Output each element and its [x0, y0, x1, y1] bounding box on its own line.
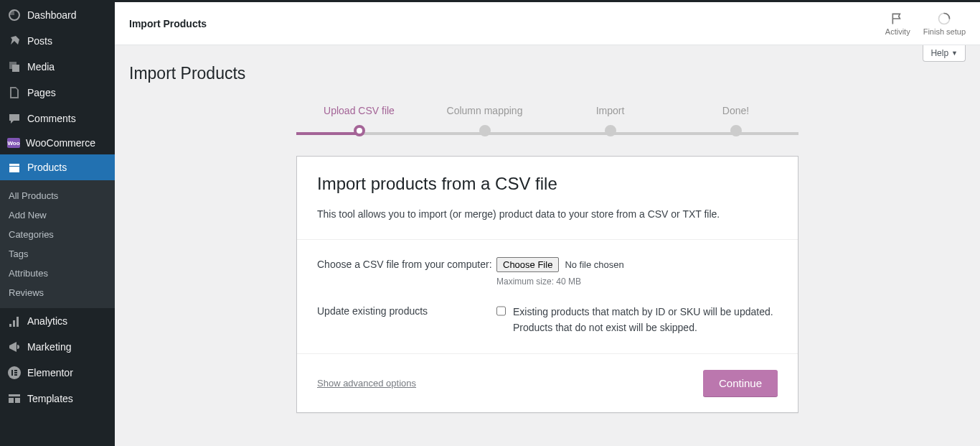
step-dot-icon	[605, 125, 616, 136]
submenu-all-products[interactable]: All Products	[0, 186, 115, 205]
page-title: Import Products	[129, 64, 966, 83]
activity-button[interactable]: Activity	[885, 11, 910, 36]
elementor-icon	[7, 366, 22, 380]
step-upload: Upload CSV file	[296, 105, 422, 139]
submenu-add-new[interactable]: Add New	[0, 205, 115, 225]
sidebar-item-label: Marketing	[27, 341, 71, 353]
wizard-steps: Upload CSV file Column mapping Import Do…	[296, 105, 798, 139]
finish-setup-label: Finish setup	[923, 27, 966, 36]
sidebar-item-label: Comments	[27, 113, 76, 124]
sidebar-item-label: WooCommerce	[26, 137, 95, 149]
sidebar-item-label: Templates	[27, 393, 73, 404]
file-row: Choose a CSV file from your computer: Ch…	[317, 257, 778, 287]
show-advanced-link[interactable]: Show advanced options	[317, 378, 416, 389]
sidebar-item-comments[interactable]: Comments	[0, 106, 115, 131]
flag-icon	[890, 11, 905, 26]
woocommerce-icon: Woo	[7, 138, 20, 148]
file-status: No file chosen	[565, 259, 623, 270]
sidebar-item-label: Products	[27, 162, 67, 173]
import-card: Import products from a CSV file This too…	[296, 156, 798, 413]
megaphone-icon	[7, 340, 22, 354]
choose-file-button[interactable]: Choose File	[496, 257, 559, 272]
step-label: Done!	[673, 105, 798, 116]
choose-file-label: Choose a CSV file from your computer:	[317, 257, 496, 287]
sidebar-item-woocommerce[interactable]: Woo WooCommerce	[0, 131, 115, 154]
chevron-down-icon: ▼	[951, 50, 958, 57]
header-bar: Import Products Activity Finish setup	[115, 2, 980, 45]
import-wizard: Upload CSV file Column mapping Import Do…	[296, 105, 798, 413]
products-icon	[7, 160, 22, 175]
update-description: Existing products that match by ID or SK…	[513, 304, 778, 336]
continue-button[interactable]: Continue	[703, 370, 778, 396]
sidebar-item-products[interactable]: Products	[0, 154, 115, 180]
update-row: Update existing products Existing produc…	[317, 304, 778, 336]
step-label: Upload CSV file	[296, 105, 422, 116]
sidebar-item-elementor[interactable]: Elementor	[0, 360, 115, 386]
sidebar-item-marketing[interactable]: Marketing	[0, 334, 115, 360]
submenu-attributes[interactable]: Attributes	[0, 264, 115, 283]
step-label: Import	[547, 105, 673, 116]
help-label: Help	[930, 48, 948, 58]
submenu-reviews[interactable]: Reviews	[0, 283, 115, 302]
sidebar-item-label: Dashboard	[27, 9, 77, 21]
sidebar-item-dashboard[interactable]: Dashboard	[0, 2, 115, 28]
media-icon	[7, 60, 22, 74]
dashboard-icon	[7, 8, 22, 22]
content-area: Help ▼ Import Products Upload CSV file C…	[115, 45, 980, 442]
sidebar-item-label: Analytics	[27, 315, 67, 327]
header-title: Import Products	[129, 18, 207, 29]
help-button[interactable]: Help ▼	[923, 45, 966, 62]
step-import: Import	[547, 105, 673, 139]
step-dot-icon	[730, 125, 742, 136]
header-actions: Activity Finish setup	[885, 11, 966, 36]
update-control: Existing products that match by ID or SK…	[496, 304, 778, 336]
products-submenu: All Products Add New Categories Tags Att…	[0, 180, 115, 308]
card-body: Choose a CSV file from your computer: Ch…	[297, 240, 798, 353]
main-content: Import Products Activity Finish setup He…	[115, 2, 980, 442]
file-control: Choose File No file chosen Maximum size:…	[496, 257, 778, 287]
sidebar-item-label: Posts	[27, 35, 52, 47]
templates-icon	[7, 391, 22, 406]
sidebar-item-templates[interactable]: Templates	[0, 386, 115, 412]
step-dot-icon	[479, 125, 491, 136]
admin-sidebar: Dashboard Posts Media Pages Comments Woo…	[0, 2, 115, 442]
step-mapping: Column mapping	[422, 105, 547, 139]
step-dot-icon	[354, 125, 365, 136]
step-label: Column mapping	[422, 105, 547, 116]
sidebar-item-label: Pages	[27, 87, 56, 98]
finish-setup-button[interactable]: Finish setup	[923, 11, 966, 36]
sidebar-item-pages[interactable]: Pages	[0, 80, 115, 106]
activity-label: Activity	[885, 27, 910, 36]
submenu-categories[interactable]: Categories	[0, 225, 115, 244]
update-label: Update existing products	[317, 304, 496, 336]
pin-icon	[7, 34, 22, 48]
sidebar-item-analytics[interactable]: Analytics	[0, 308, 115, 334]
card-title: Import products from a CSV file	[317, 174, 778, 194]
analytics-icon	[7, 314, 22, 328]
step-done: Done!	[673, 105, 798, 139]
sidebar-item-posts[interactable]: Posts	[0, 28, 115, 54]
card-header: Import products from a CSV file This too…	[297, 157, 798, 240]
progress-circle-icon	[937, 11, 951, 26]
max-size-hint: Maximum size: 40 MB	[496, 277, 778, 287]
sidebar-item-media[interactable]: Media	[0, 54, 115, 80]
card-footer: Show advanced options Continue	[297, 353, 798, 412]
pages-icon	[7, 85, 22, 100]
card-description: This tool allows you to import (or merge…	[317, 207, 778, 222]
comments-icon	[7, 111, 22, 126]
update-existing-checkbox[interactable]	[496, 305, 506, 317]
sidebar-item-label: Elementor	[27, 367, 73, 378]
sidebar-item-label: Media	[27, 61, 55, 73]
submenu-tags[interactable]: Tags	[0, 244, 115, 264]
